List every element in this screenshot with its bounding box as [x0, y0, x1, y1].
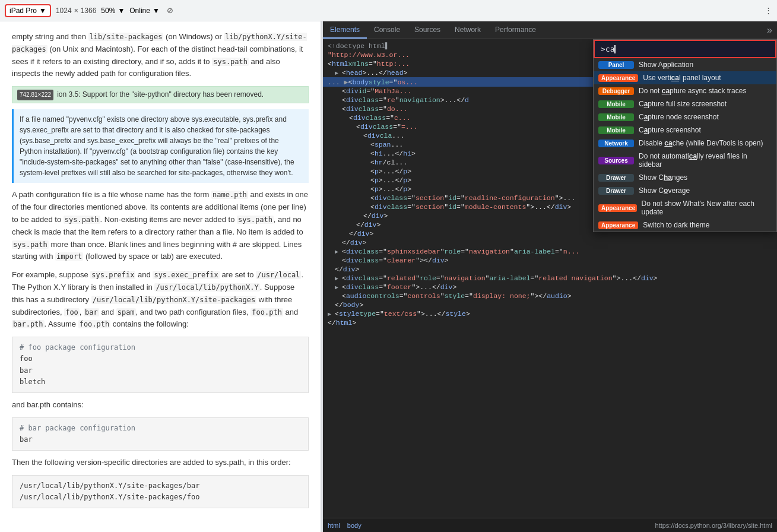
status-tag-body[interactable]: body: [347, 522, 361, 529]
badge-drawer-1: Drawer: [598, 174, 634, 182]
highlight-text: If a file named "pyvenv.cfg" exists one …: [20, 115, 294, 177]
status-tag-html[interactable]: html: [328, 522, 340, 529]
code-line-bletch: bletch: [20, 376, 301, 388]
autocomplete-item-appearance-vertical[interactable]: Appearance Use vertical panel layout: [594, 71, 776, 84]
autocomplete-input[interactable]: >ca: [594, 40, 776, 58]
devtools-status-bar: html body https://docs.python.org/3/libr…: [323, 518, 777, 532]
tree-line[interactable]: </div>: [323, 265, 777, 274]
version-text: ion 3.5: Support for the "site-python" d…: [57, 89, 264, 100]
tree-line[interactable]: ▶ <div class="related" role="navigation"…: [323, 274, 777, 283]
code-comment-2: # bar package configuration: [20, 423, 301, 434]
badge-network: Network: [598, 140, 634, 147]
para4: and bar.pth contains:: [12, 399, 309, 411]
dimensions-display: 1024 × 1366: [56, 7, 96, 15]
tab-elements[interactable]: Elements: [323, 22, 367, 39]
badge-appearance-2: Appearance: [598, 204, 637, 212]
item-text: Show Changes: [639, 173, 687, 182]
code-line-foo: foo: [20, 353, 301, 365]
top-toolbar: iPad Pro ▼ 1024 × 1366 50% ▼ Online ▼ ⊘ …: [0, 0, 777, 21]
item-text: Show Application: [639, 61, 693, 69]
badge-appearance-3: Appearance: [598, 221, 638, 229]
tree-line[interactable]: ▶ <div class="sphinxsidebar" role="navig…: [323, 247, 777, 256]
highlight-box: If a file named "pyvenv.cfg" exists one …: [12, 109, 309, 183]
version-banner: 742.81×222 ion 3.5: Support for the "sit…: [12, 86, 309, 103]
width-value: 1024: [56, 7, 72, 15]
text-cursor: [614, 45, 616, 53]
item-text: Show Coverage: [639, 186, 690, 195]
autocomplete-overlay: >ca Panel Show Application Appearance Us…: [593, 39, 777, 232]
tree-line[interactable]: ▶ <style type="text/css">...</style>: [323, 309, 777, 318]
para2: A path configuration file is a file whos…: [12, 189, 309, 263]
tree-line[interactable]: </html>: [323, 318, 777, 327]
network-selector[interactable]: Online ▼: [129, 7, 160, 15]
para5: Then the following version-specific dire…: [12, 457, 309, 469]
autocomplete-list: Panel Show Application Appearance Use ve…: [594, 58, 776, 232]
autocomplete-item-mobile-screenshot[interactable]: Mobile Capture screenshot: [594, 124, 776, 137]
badge-mobile-1: Mobile: [598, 100, 634, 108]
autocomplete-item-debugger-capture[interactable]: Debugger Do not capture async stack trac…: [594, 84, 776, 97]
autocomplete-item-appearance-darktheme[interactable]: Appearance Switch to dark theme: [594, 218, 776, 232]
zoom-value: 50%: [101, 7, 115, 15]
code-block-foo: # foo package configuration foo bar blet…: [12, 337, 309, 393]
zoom-selector[interactable]: 50% ▼: [101, 7, 125, 15]
zoom-dropdown-icon: ▼: [118, 7, 125, 15]
item-text: Capture full size screenshot: [639, 100, 727, 108]
tab-performance[interactable]: Performance: [488, 22, 543, 39]
badge-drawer-2: Drawer: [598, 187, 634, 195]
devtools-content: <!doctype html ▌ "http://www.w3.or... <h…: [323, 39, 777, 518]
tab-more[interactable]: »: [762, 22, 777, 39]
code-path-2: /usr/local/lib/pythonX.Y/site-packages/f…: [20, 492, 301, 503]
badge-sources: Sources: [598, 157, 634, 164]
devtools-panel: Elements Console Sources Network Perform…: [323, 21, 777, 532]
tree-line[interactable]: </div>: [323, 238, 777, 247]
network-value: Online: [129, 7, 150, 15]
badge-debugger: Debugger: [598, 87, 634, 95]
code-line-bar2: bar: [20, 434, 301, 445]
item-text: Do not capture async stack traces: [639, 87, 746, 95]
para1: empty string and then lib/site-packages …: [12, 31, 309, 80]
code-path-1: /usr/local/lib/pythonX.Y/site-packages/b…: [20, 480, 301, 492]
autocomplete-item-appearance-whatsnew[interactable]: Appearance Do not show What's New after …: [594, 197, 776, 218]
autocomplete-item-mobile-fullsize[interactable]: Mobile Capture full size screenshot: [594, 97, 776, 110]
badge-mobile-3: Mobile: [598, 126, 634, 134]
item-text: Switch to dark theme: [643, 221, 709, 229]
tree-line[interactable]: ▶ <div class="footer">...</div>: [323, 283, 777, 292]
item-text: Disable cache (while DevTools is open): [639, 139, 763, 147]
code-line-bar: bar: [20, 365, 301, 376]
height-value: 1366: [81, 7, 97, 15]
version-badge: 742.81×222: [17, 90, 53, 100]
autocomplete-item-sources-reveal[interactable]: Sources Do not automatically reveal file…: [594, 150, 776, 171]
item-text: Do not automatically reveal files in sid…: [639, 152, 772, 169]
item-text: Do not show What's New after each update: [642, 200, 772, 216]
tab-network[interactable]: Network: [448, 22, 488, 39]
devtools-tabs: Elements Console Sources Network Perform…: [323, 21, 777, 39]
input-prefix: >ca: [601, 45, 614, 53]
tree-line[interactable]: <audio controls="controls" style="displa…: [323, 292, 777, 300]
tree-line[interactable]: </body>: [323, 300, 777, 309]
item-text: Use vertical panel layout: [643, 74, 721, 82]
tab-sources[interactable]: Sources: [407, 22, 448, 39]
code-block-paths: /usr/local/lib/pythonX.Y/site-packages/b…: [12, 475, 309, 508]
para3: For example, suppose sys.prefix and sys.…: [12, 269, 309, 331]
autocomplete-item-mobile-node[interactable]: Mobile Capture node screenshot: [594, 110, 776, 124]
device-selector[interactable]: iPad Pro ▼: [5, 4, 51, 17]
device-label: iPad Pro: [9, 7, 37, 15]
autocomplete-item-drawer-coverage[interactable]: Drawer Show Coverage: [594, 184, 776, 197]
autocomplete-item-drawer-changes[interactable]: Drawer Show Changes: [594, 171, 776, 184]
dimension-separator: ×: [74, 7, 78, 15]
autocomplete-item-network-cache[interactable]: Network Disable cache (while DevTools is…: [594, 137, 776, 150]
item-text: Capture node screenshot: [639, 113, 719, 121]
tab-console[interactable]: Console: [367, 22, 407, 39]
content-area: empty string and then lib/site-packages …: [0, 21, 321, 532]
more-options-icon[interactable]: ⋮: [765, 6, 772, 15]
rotate-icon[interactable]: ⊘: [164, 5, 176, 17]
network-dropdown-icon: ▼: [153, 7, 160, 15]
autocomplete-item-show-application[interactable]: Panel Show Application: [594, 58, 776, 71]
code-block-bar: # bar package configuration bar: [12, 417, 309, 451]
badge-mobile-2: Mobile: [598, 113, 634, 121]
device-dropdown-icon: ▼: [39, 7, 46, 15]
code-comment-1: # foo package configuration: [20, 342, 301, 353]
tree-line[interactable]: <div class="clearer"></div>: [323, 256, 777, 265]
status-url: https://docs.python.org/3/library/site.h…: [655, 522, 772, 529]
main-area: empty string and then lib/site-packages …: [0, 21, 777, 532]
